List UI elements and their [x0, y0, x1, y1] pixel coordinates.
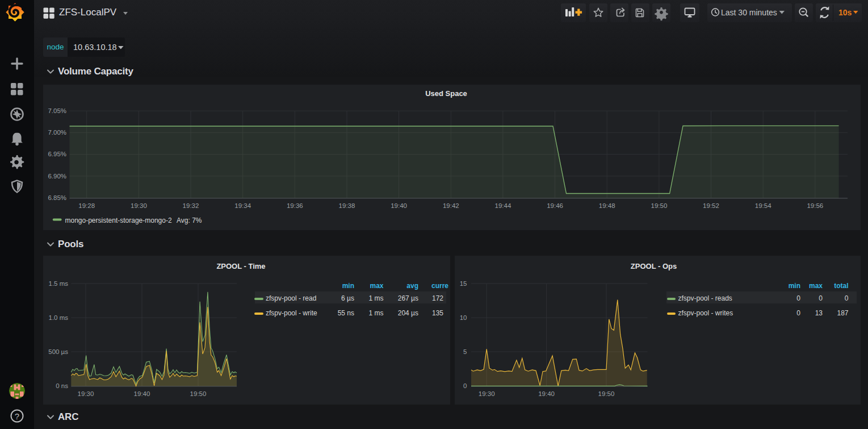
svg-text:?: ? [15, 411, 19, 421]
